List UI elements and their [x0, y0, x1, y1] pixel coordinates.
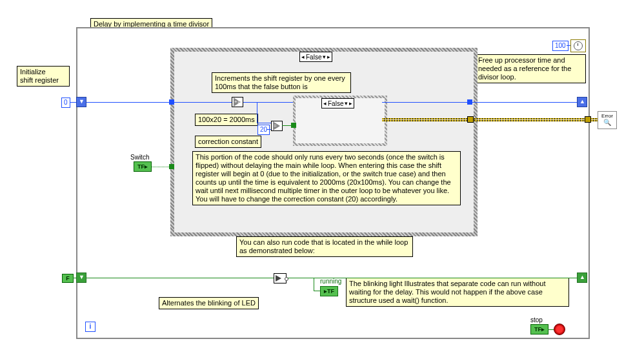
selector-terminal	[169, 164, 174, 169]
wire	[257, 123, 271, 123]
shift-register-right	[577, 97, 587, 107]
shift-register-right-bool	[577, 273, 587, 283]
wire	[267, 129, 271, 130]
magnifier-icon: 🔍	[603, 119, 611, 126]
wire	[151, 167, 170, 167]
dropdown-icon[interactable]: ▾	[323, 54, 326, 60]
wire	[73, 278, 76, 278]
wire	[314, 291, 320, 291]
wire	[314, 278, 314, 291]
wire	[70, 102, 76, 103]
wait-ms-multiple-icon	[570, 39, 586, 52]
inner-case-selector[interactable]: ◂ False ▾ ▸	[321, 98, 354, 108]
tunnel	[169, 99, 174, 105]
wire	[243, 102, 293, 103]
running-indicator: ▸TF	[320, 286, 338, 296]
shift-register-left-bool	[76, 273, 86, 283]
alternates-comment: Alternates the blinking of LED	[159, 297, 259, 309]
tunnel	[585, 116, 591, 123]
init-shift-label: Initialize shift register	[17, 66, 70, 87]
equals-node: =	[271, 121, 283, 131]
portion-comment: This portion of the code should only run…	[192, 151, 461, 205]
init-zero-constant: 0	[61, 98, 70, 108]
increment-node: +1	[232, 97, 243, 107]
wire	[86, 278, 274, 278]
case-next-icon[interactable]: ▸	[349, 101, 352, 107]
correction-label: correction constant	[195, 136, 261, 148]
stop-control[interactable]: TF▸	[530, 324, 548, 335]
tunnel	[467, 99, 472, 105]
inner-case-value: False	[328, 100, 343, 107]
iteration-terminal: i	[85, 322, 96, 332]
wire	[86, 102, 232, 103]
dropdown-icon[interactable]: ▾	[345, 101, 348, 107]
case-next-icon[interactable]: ▸	[327, 54, 330, 60]
false-constant: F	[62, 274, 74, 283]
error-wire	[382, 120, 598, 121]
blinking-comment: The blinking light Illustrates that sepa…	[346, 278, 569, 307]
outer-case-value: False	[306, 54, 321, 61]
wire	[288, 278, 577, 278]
correction-constant: 20	[257, 125, 270, 135]
free-processor-comment: Free up processor time and needed as a r…	[475, 54, 586, 83]
error-handler-icon: Error 🔍	[598, 111, 617, 129]
switch-control[interactable]: TF▸	[134, 161, 152, 172]
outer-case-selector[interactable]: ◂ False ▾ ▸	[299, 52, 332, 62]
increments-comment: Increments the shift register by one eve…	[212, 72, 351, 93]
wire	[257, 102, 257, 123]
case-prev-icon[interactable]: ◂	[301, 54, 305, 60]
running-label: running	[320, 278, 341, 285]
tunnel	[467, 116, 474, 123]
wire	[567, 45, 570, 46]
shift-register-left	[76, 97, 86, 107]
error-wire	[382, 118, 598, 119]
case-prev-icon[interactable]: ◂	[323, 101, 327, 107]
switch-label: Switch	[130, 154, 149, 161]
selector-terminal	[291, 123, 296, 128]
error-text: Error	[601, 113, 613, 119]
wire	[382, 102, 577, 103]
calc-comment: 100x20 = 2000ms	[195, 114, 258, 126]
not-gate	[274, 273, 287, 283]
wire	[548, 329, 554, 330]
also-run-comment: You can also run code that is located in…	[236, 236, 413, 257]
loop-stop-terminal	[554, 324, 565, 335]
stop-label: stop	[530, 316, 543, 324]
wait-ms-constant: 100	[552, 41, 569, 51]
